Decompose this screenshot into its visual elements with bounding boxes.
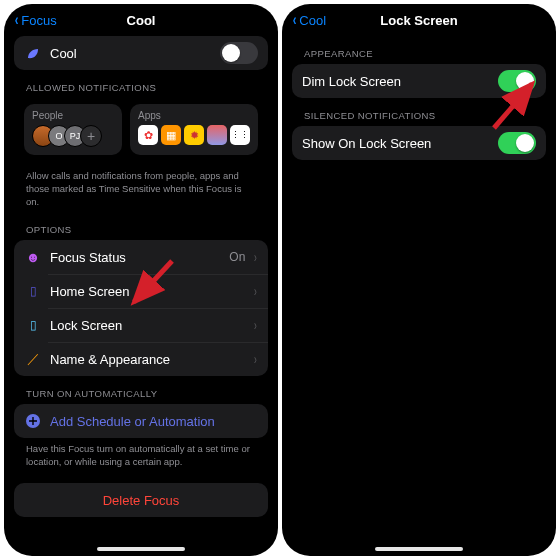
option-home-screen[interactable]: ▯ Home Screen › [14, 274, 268, 308]
dim-lock-screen-label: Dim Lock Screen [302, 74, 490, 89]
delete-card: Delete Focus [14, 483, 268, 517]
chevron-right-icon: › [254, 317, 257, 333]
phone-right: ‹ Cool Lock Screen APPEARANCE Dim Lock S… [282, 4, 556, 556]
chevron-right-icon: › [254, 283, 257, 299]
option-label: Lock Screen [50, 318, 245, 333]
focus-mode-toggle[interactable] [220, 42, 258, 64]
options-list: ☻ Focus Status On › ▯ Home Screen › ▯ Lo… [14, 240, 268, 376]
allowed-tiles: People O PJ + Apps ✿ ▦ ✹ ⋮⋮ [14, 98, 268, 165]
leaf-icon [24, 44, 42, 62]
home-screen-icon: ▯ [24, 282, 42, 300]
content: APPEARANCE Dim Lock Screen SILENCED NOTI… [282, 36, 556, 556]
back-label: Cool [299, 13, 326, 28]
app-icon: ▦ [161, 125, 181, 145]
add-schedule-label: Add Schedule or Automation [50, 414, 258, 429]
show-on-lock-screen-label: Show On Lock Screen [302, 136, 490, 151]
app-icon: ✹ [184, 125, 204, 145]
silenced-header: SILENCED NOTIFICATIONS [292, 98, 546, 126]
auto-header: TURN ON AUTOMATICALLY [14, 376, 268, 404]
people-tile-title: People [32, 110, 114, 121]
home-indicator [97, 547, 185, 551]
dim-lock-screen-row[interactable]: Dim Lock Screen [292, 64, 546, 98]
back-button[interactable]: ‹ Cool [292, 12, 326, 28]
people-tile[interactable]: People O PJ + [24, 104, 122, 155]
apps-tile[interactable]: Apps ✿ ▦ ✹ ⋮⋮ [130, 104, 258, 155]
home-indicator [375, 547, 463, 551]
option-name-appearance[interactable]: ／ Name & Appearance › [14, 342, 268, 376]
delete-focus-button[interactable]: Delete Focus [14, 483, 268, 517]
people-avatars: O PJ + [32, 125, 114, 147]
focus-mode-label: Cool [50, 46, 212, 61]
chevron-left-icon: ‹ [293, 12, 297, 28]
chevron-right-icon: › [254, 351, 257, 367]
silenced-card: Show On Lock Screen [292, 126, 546, 160]
option-value: On [229, 250, 245, 264]
option-focus-status[interactable]: ☻ Focus Status On › [14, 240, 268, 274]
allowed-header: ALLOWED NOTIFICATIONS [14, 70, 268, 98]
show-on-lock-screen-row[interactable]: Show On Lock Screen [292, 126, 546, 160]
pencil-icon: ／ [24, 350, 42, 368]
option-label: Home Screen [50, 284, 245, 299]
plus-circle-icon [24, 412, 42, 430]
focus-status-icon: ☻ [24, 248, 42, 266]
back-label: Focus [21, 13, 56, 28]
app-icon [207, 125, 227, 145]
back-button[interactable]: ‹ Focus [14, 12, 57, 28]
add-schedule-row[interactable]: Add Schedule or Automation [14, 404, 268, 438]
auto-footer: Have this Focus turn on automatically at… [14, 438, 268, 473]
nav-bar: ‹ Focus Cool [4, 4, 278, 36]
show-on-lock-screen-toggle[interactable] [498, 132, 536, 154]
app-icon: ✿ [138, 125, 158, 145]
chevron-left-icon: ‹ [15, 12, 19, 28]
app-icon: ⋮⋮ [230, 125, 250, 145]
option-label: Focus Status [50, 250, 221, 265]
apps-icons: ✿ ▦ ✹ ⋮⋮ [138, 125, 250, 145]
nav-bar: ‹ Cool Lock Screen [282, 4, 556, 36]
lock-screen-icon: ▯ [24, 316, 42, 334]
delete-label: Delete Focus [103, 493, 180, 508]
chevron-right-icon: › [254, 249, 257, 265]
options-header: OPTIONS [14, 212, 268, 240]
content: Cool ALLOWED NOTIFICATIONS People O PJ +… [4, 36, 278, 556]
appearance-header: APPEARANCE [292, 36, 546, 64]
focus-mode-card: Cool [14, 36, 268, 70]
dim-lock-screen-toggle[interactable] [498, 70, 536, 92]
allowed-footer: Allow calls and notifications from peopl… [14, 165, 268, 212]
automation-card: Add Schedule or Automation [14, 404, 268, 438]
add-person-icon[interactable]: + [80, 125, 102, 147]
option-label: Name & Appearance [50, 352, 245, 367]
option-lock-screen[interactable]: ▯ Lock Screen › [14, 308, 268, 342]
appearance-card: Dim Lock Screen [292, 64, 546, 98]
phone-left: ‹ Focus Cool Cool ALLOWED NOTIFICATIONS … [4, 4, 278, 556]
apps-tile-title: Apps [138, 110, 250, 121]
focus-mode-row[interactable]: Cool [14, 36, 268, 70]
